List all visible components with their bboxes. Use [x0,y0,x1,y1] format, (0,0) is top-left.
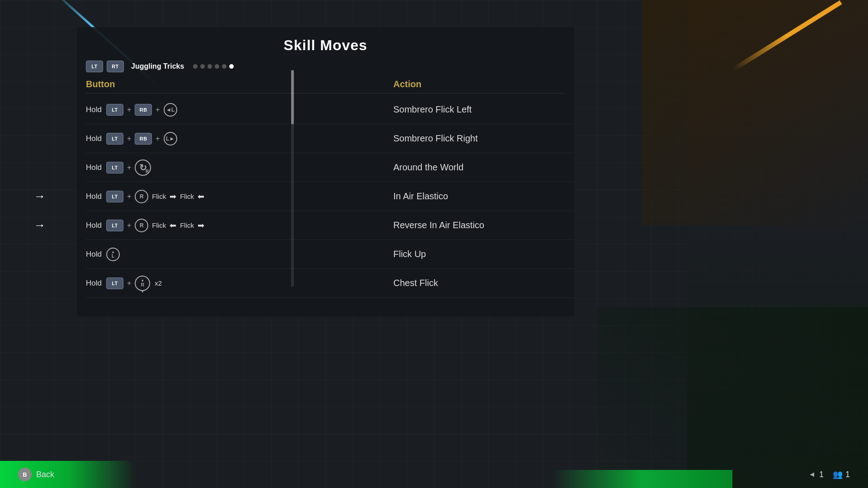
move-action-6: Flick Up [393,249,574,259]
table-row: Hold LT + ↻ R Around the World [86,153,574,182]
people-icon: 👥 [833,469,843,479]
back-button[interactable]: B Back [18,468,54,481]
b-icon: B [18,468,32,481]
l-badge-2: L► [164,132,177,145]
dot-1 [193,64,198,69]
r-down-badge: ▼ R [135,276,150,291]
table-row: → Hold LT + R Flick ⬅ Flick ➡ Reverse In… [86,211,574,240]
page-title: Skill Moves [77,27,574,61]
dot-4 [215,64,219,69]
left-arrow-5: → [34,218,46,232]
flick-1-4: Flick [152,192,166,200]
dot-6-active [229,64,234,69]
move-action-1: Sombrero Flick Left [393,104,574,115]
rb-badge-2: RB [135,133,152,145]
move-button-3: Hold LT + ↻ R [86,160,393,176]
rb-badge-1: RB [135,104,152,116]
arrow-left-4: ⬅ [198,192,204,202]
lt-badge-7: LT [106,277,123,289]
column-button-label: Button [86,79,393,89]
tab-bar: LT RT Juggling Tricks [77,61,574,79]
flick-2-4: Flick [180,192,194,200]
arrow-right-4: ➡ [170,192,176,202]
dot-3 [208,64,212,69]
arrow-left-5: ⬅ [170,221,176,230]
moves-list: Hold LT + RB + ◄L Sombrero Flick Left Ho… [77,95,574,298]
column-action-label: Action [393,79,565,89]
tab-label: Juggling Tricks [131,62,184,70]
move-button-5: Hold LT + R Flick ⬅ Flick ➡ [86,219,393,232]
move-action-3: Around the World [393,162,574,173]
lt-badge-2: LT [106,133,123,145]
tab-dots [193,64,234,69]
dot-5 [222,64,226,69]
hold-label-1: Hold [86,105,102,114]
page-nav: ◄ 1 [808,470,824,479]
r-badge-5: R [135,219,148,232]
nav-prev-icon[interactable]: ◄ [808,470,816,479]
x2-label: x2 [155,279,162,287]
header-divider [86,93,565,94]
scrollbar-thumb[interactable] [291,70,294,124]
flick-1-5: Flick [152,221,166,229]
player-count: 1 [845,470,850,479]
hold-label-4: Hold [86,192,102,201]
move-button-1: Hold LT + RB + ◄L [86,103,393,117]
table-row: Hold LT + RB + L► Sombrero Flick Right [86,124,574,153]
hold-label-3: Hold [86,163,102,172]
tab-lt-button[interactable]: LT [86,61,103,72]
l-up-badge: ▲ L [106,248,120,261]
lt-badge-3: LT [106,162,123,174]
lt-badge-1: LT [106,104,123,116]
move-action-4: In Air Elastico [393,191,574,202]
move-button-4: Hold LT + R Flick ➡ Flick ⬅ [86,190,393,203]
bottom-bar: B Back ◄ 1 👥 1 [0,461,868,488]
scrollbar[interactable] [291,70,294,287]
lt-badge-4: LT [106,191,123,202]
column-headers: Button Action [77,79,574,89]
r-badge-4: R [135,190,148,203]
arrow-right-5: ➡ [198,221,204,230]
move-button-2: Hold LT + RB + L► [86,132,393,145]
hold-label-5: Hold [86,221,102,230]
table-row: → Hold LT + R Flick ➡ Flick ⬅ In Air Ela… [86,182,574,211]
flick-2-5: Flick [180,221,194,229]
hold-label-2: Hold [86,134,102,143]
back-label: Back [36,470,54,479]
move-action-5: Reverse In Air Elastico [393,220,574,230]
move-action-2: Sombrero Flick Right [393,133,574,144]
l-badge-1: ◄L [164,103,177,117]
page-number: 1 [819,470,824,479]
lt-badge-5: LT [106,220,123,231]
table-row: Hold ▲ L Flick Up [86,240,574,269]
table-row: Hold LT + RB + ◄L Sombrero Flick Left [86,95,574,124]
r-rotate-badge: ↻ R [135,160,151,176]
table-row: Hold LT + ▼ R x2 Chest Flick [86,269,574,298]
hold-label-6: Hold [86,250,102,259]
dot-2 [200,64,205,69]
orange-line-decoration [732,0,842,71]
left-arrow-4: → [34,189,46,203]
move-button-7: Hold LT + ▼ R x2 [86,276,393,291]
hold-label-7: Hold [86,279,102,288]
tab-rt-button[interactable]: RT [107,61,124,72]
page-info: ◄ 1 👥 1 [808,469,850,479]
move-action-7: Chest Flick [393,278,574,288]
main-panel: Skill Moves LT RT Juggling Tricks Button… [77,27,574,316]
move-button-6: Hold ▲ L [86,248,393,261]
player-info: 👥 1 [833,469,850,479]
